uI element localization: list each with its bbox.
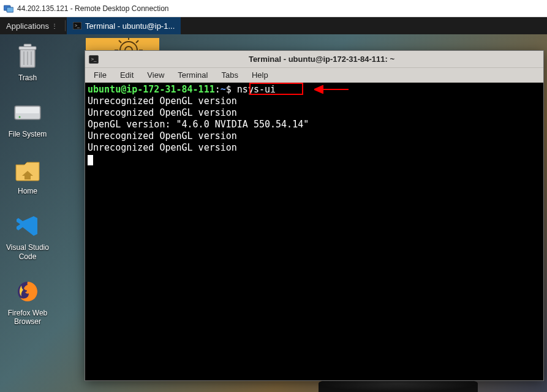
menu-help[interactable]: Help — [246, 69, 274, 81]
terminal-output-line: OpenGL version: "4.6.0 NVIDIA 550.54.14" — [88, 119, 541, 130]
svg-rect-9 — [24, 44, 31, 47]
svg-rect-1 — [7, 7, 13, 12]
desktop-icon-label: Home — [18, 187, 37, 195]
desktop-icon-label: File System — [9, 130, 47, 138]
terminal-body[interactable]: ubuntu@ip-172-31-84-111:~$ nsys-ui Unrec… — [85, 83, 543, 380]
desktop-icon-trash[interactable]: Trash — [13, 42, 42, 82]
terminal-output-line: Unrecognized OpenGL version — [88, 130, 541, 142]
terminal-titlebar[interactable]: >_ Terminal - ubuntu@ip-172-31-84-111: ~ — [85, 51, 543, 68]
prompt-path: ~ — [221, 84, 226, 95]
desktop-icon-vscode[interactable]: Visual Studio Code — [2, 211, 53, 261]
home-folder-icon — [13, 155, 42, 184]
terminal-icon: >_ — [73, 22, 81, 29]
terminal-icon: >_ — [89, 55, 99, 64]
trash-icon — [13, 42, 42, 71]
terminal-command: nsys-ui — [237, 84, 276, 95]
terminal-output-line: Unrecognized OpenGL version — [88, 96, 541, 107]
desktop-icon-firefox[interactable]: Firefox Web Browser — [2, 277, 53, 326]
menu-edit[interactable]: Edit — [114, 69, 140, 81]
desktop-icon-label: Firefox Web Browser — [2, 309, 53, 326]
prompt-dollar: $ — [226, 84, 237, 95]
menu-terminal[interactable]: Terminal — [172, 69, 214, 81]
vscode-icon — [13, 211, 42, 241]
terminal-cursor — [88, 155, 93, 165]
terminal-cursor-line — [88, 154, 541, 165]
taskbar-item-terminal[interactable]: >_ Terminal - ubuntu@ip-1... — [67, 17, 181, 34]
desktop-icon-label: Visual Studio Code — [2, 243, 53, 261]
svg-rect-8 — [19, 47, 36, 50]
menu-indicator-icon: ⋮ — [51, 23, 58, 29]
desktop-icon-label: Trash — [18, 74, 37, 82]
terminal-output-line: Unrecognized OpenGL version — [88, 142, 541, 154]
terminal-output-line: Unrecognized OpenGL version — [88, 107, 541, 119]
svg-text:>_: >_ — [75, 23, 80, 28]
remote-desktop-area: Applications ⋮ >_ Terminal - ubuntu@ip-1… — [0, 17, 547, 392]
panel-separator — [65, 20, 66, 31]
rdc-title: 44.202.135.121 - Remote Desktop Connecti… — [17, 4, 169, 13]
prompt-userhost: ubuntu@ip-172-31-84-111 — [88, 84, 215, 95]
harddrive-icon — [13, 98, 42, 127]
terminal-window-title: Terminal - ubuntu@ip-172-31-84-111: ~ — [104, 55, 540, 64]
menu-file[interactable]: File — [88, 69, 113, 81]
svg-rect-15 — [16, 107, 39, 113]
rdc-titlebar: 44.202.135.121 - Remote Desktop Connecti… — [0, 0, 547, 17]
linux-top-panel: Applications ⋮ >_ Terminal - ubuntu@ip-1… — [0, 17, 547, 34]
menu-tabs[interactable]: Tabs — [215, 69, 244, 81]
desktop-icon-filesystem[interactable]: File System — [9, 98, 47, 138]
applications-label: Applications — [6, 21, 49, 31]
prompt-separator: : — [215, 84, 221, 95]
rdc-icon — [4, 4, 13, 13]
terminal-window: >_ Terminal - ubuntu@ip-172-31-84-111: ~… — [85, 50, 544, 381]
terminal-menubar: File Edit View Terminal Tabs Help — [85, 68, 543, 83]
menu-view[interactable]: View — [141, 69, 170, 81]
applications-menu[interactable]: Applications ⋮ — [0, 17, 64, 34]
firefox-icon — [13, 277, 42, 306]
desktop-icon-home[interactable]: Home — [13, 155, 42, 195]
desktop-icons-area: Trash File System Home Visual Studio Cod… — [0, 42, 55, 326]
taskbar-item-label: Terminal - ubuntu@ip-1... — [85, 21, 175, 31]
svg-point-14 — [19, 116, 21, 118]
terminal-prompt-line: ubuntu@ip-172-31-84-111:~$ nsys-ui — [88, 84, 541, 96]
